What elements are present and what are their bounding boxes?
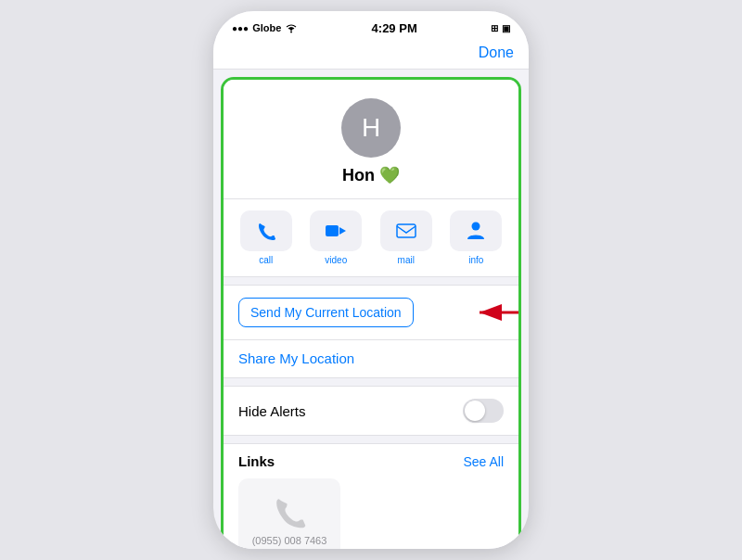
mail-label: mail: [398, 255, 415, 265]
phone-frame: ●●● Globe 4:29 PM ⊞ ▣ Done H: [213, 11, 529, 549]
send-current-location-button[interactable]: Send My Current Location: [224, 286, 518, 340]
action-row: call video mail: [224, 199, 518, 277]
video-icon-box: [310, 210, 362, 251]
carrier-name: Globe: [252, 22, 281, 33]
alerts-section: Hide Alerts: [224, 386, 518, 436]
svg-point-0: [290, 31, 292, 32]
status-carrier: ●●● Globe: [232, 22, 298, 33]
call-label: call: [259, 255, 273, 265]
arrow-indicator: [472, 299, 521, 325]
svg-rect-3: [397, 224, 416, 237]
avatar-section: H Hon 💚: [224, 80, 518, 199]
video-action[interactable]: video: [301, 210, 372, 265]
links-section: Links See All (0955) 008 7463: [224, 443, 518, 549]
signal-bars: ●●●: [232, 23, 249, 33]
contact-name: Hon 💚: [342, 165, 400, 185]
call-icon-box: [240, 210, 292, 251]
link-phone-number: (0955) 008 7463: [252, 535, 327, 546]
links-title: Links: [238, 453, 275, 469]
battery-icon: ▣: [502, 23, 510, 33]
hide-alerts-label: Hide Alerts: [238, 403, 306, 419]
done-button[interactable]: Done: [479, 45, 514, 61]
video-label: video: [325, 255, 347, 265]
mail-icon: [396, 223, 416, 238]
phone-link-icon: [272, 494, 307, 529]
location-section: Send My Current Location Share My: [224, 285, 518, 378]
svg-marker-2: [339, 227, 346, 235]
phone-icon: [256, 221, 276, 241]
screen-mirror-icon: ⊞: [491, 23, 498, 33]
send-location-label: Send My Current Location: [238, 298, 414, 327]
svg-point-4: [472, 223, 480, 231]
svg-rect-1: [326, 225, 339, 236]
link-card: (0955) 008 7463: [238, 478, 340, 549]
status-time: 4:29 PM: [372, 21, 417, 35]
mail-action[interactable]: mail: [371, 210, 441, 265]
info-action[interactable]: info: [441, 210, 512, 265]
share-location-label: Share My Location: [238, 350, 354, 366]
info-icon-box: [450, 210, 502, 251]
see-all-button[interactable]: See All: [463, 454, 504, 469]
status-bar: ●●● Globe 4:29 PM ⊞ ▣: [213, 11, 529, 41]
content-frame: H Hon 💚 call v: [221, 77, 521, 549]
toggle-knob: [465, 401, 485, 421]
video-icon: [325, 223, 347, 238]
mail-icon-box: [380, 210, 432, 251]
hide-alerts-toggle[interactable]: [463, 399, 504, 423]
info-label: info: [468, 255, 483, 265]
links-header: Links See All: [238, 453, 504, 469]
call-action[interactable]: call: [231, 210, 301, 265]
status-icons: ⊞ ▣: [491, 23, 510, 33]
wifi-icon: [285, 23, 298, 33]
info-person-icon: [467, 221, 485, 241]
avatar: H: [341, 98, 401, 158]
red-arrow-icon: [472, 299, 521, 325]
share-my-location-button[interactable]: Share My Location: [224, 340, 518, 377]
nav-header: Done: [213, 41, 529, 70]
